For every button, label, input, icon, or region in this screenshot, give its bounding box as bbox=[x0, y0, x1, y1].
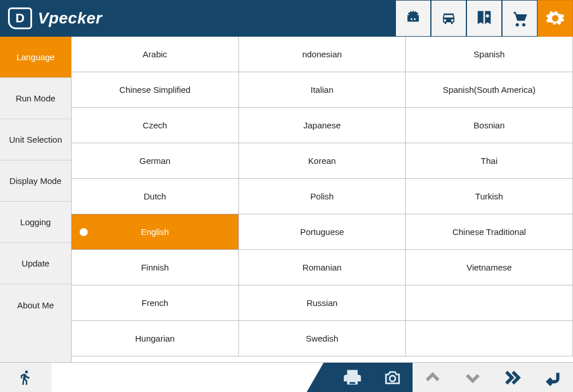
main-area: LanguageRun ModeUnit SelectionDisplay Mo… bbox=[0, 37, 573, 362]
run-exit-icon bbox=[17, 369, 34, 386]
gear-icon bbox=[545, 9, 565, 28]
language-label: English bbox=[141, 227, 169, 237]
print-button[interactable] bbox=[332, 363, 372, 392]
language-label: Hungarian bbox=[135, 334, 175, 343]
sidebar-item-logging[interactable]: Logging bbox=[0, 202, 71, 243]
language-option-bosnian[interactable]: Bosnian bbox=[406, 108, 573, 143]
bottom-actions bbox=[332, 363, 573, 392]
top-actions bbox=[395, 0, 573, 37]
language-label: Spanish(South America) bbox=[443, 85, 536, 95]
language-option-vietnamese[interactable]: Vietnamese bbox=[406, 250, 573, 285]
language-option-ndonesian[interactable]: ndonesian bbox=[239, 37, 406, 72]
language-label: Chinese Simplified bbox=[119, 85, 190, 95]
language-label: French bbox=[142, 298, 168, 308]
settings-sidebar: LanguageRun ModeUnit SelectionDisplay Mo… bbox=[0, 37, 72, 362]
sidebar-item-unit-selection[interactable]: Unit Selection bbox=[0, 119, 71, 160]
language-label: Japanese bbox=[303, 120, 340, 130]
double-chevron-right-icon bbox=[503, 368, 523, 387]
language-option-chinese-traditional[interactable]: Chinese Traditional bbox=[406, 214, 573, 250]
language-option-french[interactable]: French bbox=[72, 285, 239, 321]
exit-button[interactable] bbox=[0, 363, 52, 392]
camera-icon bbox=[383, 368, 402, 387]
brand-name: Vpecker bbox=[38, 9, 102, 28]
sidebar-item-display-mode[interactable]: Display Mode bbox=[0, 160, 71, 202]
cart-icon bbox=[510, 9, 529, 28]
language-label: Czech bbox=[143, 120, 167, 130]
language-option-dutch[interactable]: Dutch bbox=[72, 179, 239, 214]
print-icon bbox=[343, 368, 362, 387]
sidebar-item-run-mode[interactable]: Run Mode bbox=[0, 78, 71, 119]
language-option-english[interactable]: English bbox=[72, 214, 239, 250]
language-label: Dutch bbox=[144, 191, 166, 201]
language-option-chinese-simplified[interactable]: Chinese Simplified bbox=[72, 72, 239, 108]
language-option-finnish[interactable]: Finnish bbox=[72, 250, 239, 285]
language-label: Bosnian bbox=[474, 120, 505, 130]
shop-button[interactable] bbox=[502, 0, 537, 37]
language-option-hungarian[interactable]: Hungarian bbox=[72, 321, 239, 356]
top-bar: D Vpecker bbox=[0, 0, 573, 37]
brand-logo-icon: D bbox=[8, 7, 32, 29]
language-label: German bbox=[139, 156, 170, 166]
svg-point-0 bbox=[390, 375, 395, 381]
language-option-romanian[interactable]: Romanian bbox=[239, 250, 406, 285]
sidebar-item-label: Logging bbox=[20, 217, 50, 227]
language-option-swedish[interactable]: Swedish bbox=[239, 321, 406, 356]
sidebar-item-about-me[interactable]: About Me bbox=[0, 284, 71, 326]
sidebar-item-language[interactable]: Language bbox=[0, 37, 71, 78]
language-label: Portuguese bbox=[300, 227, 344, 237]
language-option-korean[interactable]: Korean bbox=[239, 143, 406, 179]
language-option-italian[interactable]: Italian bbox=[239, 72, 406, 108]
language-label: Vietnamese bbox=[466, 262, 512, 272]
language-option-thai[interactable]: Thai bbox=[406, 143, 573, 179]
language-label: Spanish bbox=[474, 49, 505, 59]
language-option-japanese[interactable]: Japanese bbox=[239, 108, 406, 143]
up-button[interactable] bbox=[413, 363, 453, 392]
forward-button[interactable] bbox=[493, 363, 533, 392]
language-option-portuguese[interactable]: Portuguese bbox=[239, 214, 406, 250]
selected-radio-icon bbox=[80, 228, 88, 236]
bottom-spacer bbox=[52, 363, 332, 392]
sidebar-item-label: Update bbox=[22, 258, 49, 268]
down-button[interactable] bbox=[453, 363, 493, 392]
brand-logo-letter: D bbox=[15, 11, 25, 26]
language-label: Italian bbox=[311, 85, 333, 95]
back-button[interactable] bbox=[533, 363, 573, 392]
language-label: Chinese Traditional bbox=[452, 227, 525, 237]
language-label: Finnish bbox=[141, 262, 168, 272]
sidebar-item-label: Display Mode bbox=[10, 176, 62, 186]
language-label: Swedish bbox=[306, 334, 339, 343]
car-icon bbox=[439, 9, 458, 28]
language-label: ndonesian bbox=[302, 49, 342, 59]
robot-icon bbox=[403, 9, 423, 28]
language-panel: ArabicndonesianSpanishChinese Simplified… bbox=[72, 37, 573, 362]
manual-button[interactable] bbox=[466, 0, 502, 37]
language-grid: ArabicndonesianSpanishChinese Simplified… bbox=[72, 37, 573, 356]
diagnostics-button[interactable] bbox=[395, 0, 431, 37]
brand: D Vpecker bbox=[8, 7, 102, 29]
language-label: Polish bbox=[311, 191, 334, 201]
screenshot-button[interactable] bbox=[372, 363, 413, 392]
language-option-empty bbox=[406, 285, 573, 321]
language-label: Turkish bbox=[475, 191, 503, 201]
language-label: Romanian bbox=[303, 262, 342, 272]
language-option-polish[interactable]: Polish bbox=[239, 179, 406, 214]
sidebar-item-update[interactable]: Update bbox=[0, 243, 71, 284]
sidebar-item-label: Language bbox=[17, 52, 55, 62]
language-option-german[interactable]: German bbox=[72, 143, 239, 179]
language-option-turkish[interactable]: Turkish bbox=[406, 179, 573, 214]
settings-button[interactable] bbox=[537, 0, 573, 37]
sidebar-item-label: About Me bbox=[17, 300, 54, 310]
language-option-czech[interactable]: Czech bbox=[72, 108, 239, 143]
language-option-arabic[interactable]: Arabic bbox=[72, 37, 239, 72]
language-option-spanish[interactable]: Spanish bbox=[406, 37, 573, 72]
language-option-spanish-south-america-[interactable]: Spanish(South America) bbox=[406, 72, 573, 108]
return-icon bbox=[543, 368, 563, 387]
vehicle-button[interactable] bbox=[431, 0, 466, 37]
language-label: Korean bbox=[308, 156, 336, 166]
language-option-russian[interactable]: Russian bbox=[239, 285, 406, 321]
book-search-icon bbox=[474, 9, 494, 28]
language-option-empty bbox=[406, 321, 573, 356]
chevron-up-icon bbox=[423, 368, 442, 387]
chevron-down-icon bbox=[463, 368, 482, 387]
language-label: Arabic bbox=[143, 49, 167, 59]
